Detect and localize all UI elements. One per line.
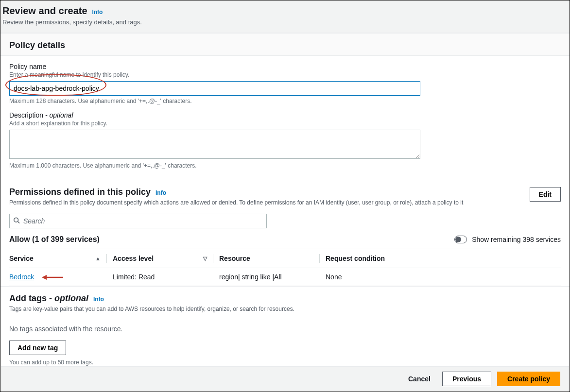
svg-line-1 — [18, 222, 20, 223]
info-link-header[interactable]: Info — [92, 9, 103, 16]
tags-section: Add tags - optional Info Tags are key-va… — [0, 286, 570, 375]
col-resource-header[interactable]: Resource — [219, 255, 319, 262]
svg-point-0 — [14, 218, 18, 222]
col-divider — [213, 254, 213, 263]
col-access-header[interactable]: Access level ▽ — [113, 255, 213, 262]
tags-title-prefix: Add tags - — [9, 293, 54, 303]
annotation-arrow-icon — [42, 274, 63, 281]
info-link-permissions[interactable]: Info — [155, 189, 166, 196]
footer-bar: Cancel Previous Create policy — [1, 366, 569, 391]
col-divider — [319, 254, 320, 263]
cell-access: Limited: Read — [113, 273, 213, 281]
policy-name-input-wrap — [9, 81, 561, 96]
table-row: Bedrock Limited: Read region| string lik… — [9, 268, 561, 286]
tags-title-suffix: optional — [54, 293, 88, 303]
cell-resource: region| string like |All — [219, 273, 319, 281]
create-policy-button[interactable]: Create policy — [497, 372, 560, 386]
policy-name-constraint: Maximum 128 characters. Use alphanumeric… — [9, 98, 561, 104]
permissions-header-left: Permissions defined in this policy Info … — [9, 187, 530, 206]
col-service-header[interactable]: Service ▲ — [9, 255, 106, 262]
add-tag-button[interactable]: Add new tag — [9, 341, 66, 355]
allow-row: Allow (1 of 399 services) Show remaining… — [0, 228, 570, 249]
policy-name-hint: Enter a meaningful name to identify this… — [9, 71, 561, 78]
sort-asc-icon: ▲ — [95, 256, 106, 261]
show-remaining-wrap: Show remaining 398 services — [454, 236, 561, 243]
description-textarea[interactable] — [9, 130, 420, 159]
info-link-tags[interactable]: Info — [93, 296, 104, 303]
show-remaining-label: Show remaining 398 services — [472, 236, 561, 243]
permissions-section: Permissions defined in this policy Info … — [0, 180, 570, 286]
tags-body: No tags associated with the resource. Ad… — [0, 315, 570, 375]
tags-header: Add tags - optional Info Tags are key-va… — [0, 287, 570, 315]
page-title: Review and create — [2, 5, 87, 16]
cell-service: Bedrock — [9, 273, 106, 281]
description-constraint: Maximum 1,000 characters. Use alphanumer… — [9, 162, 561, 169]
policy-details-section: Policy details Policy name Enter a meani… — [0, 33, 570, 178]
col-divider — [106, 254, 107, 263]
policy-name-label: Policy name — [9, 63, 561, 70]
permissions-search-wrap — [9, 214, 267, 228]
previous-button[interactable]: Previous — [442, 372, 491, 386]
policy-details-title: Policy details — [9, 40, 561, 51]
permissions-header: Permissions defined in this policy Info … — [0, 180, 570, 209]
col-condition-header[interactable]: Request condition — [326, 255, 561, 262]
cancel-button[interactable]: Cancel — [402, 372, 436, 386]
description-block: Description - optional Add a short expla… — [9, 111, 561, 169]
permissions-description: Permissions defined in this policy docum… — [9, 199, 530, 206]
permissions-table: Service ▲ Access level ▽ Resource Reques… — [9, 249, 561, 286]
sort-none-icon: ▽ — [203, 256, 213, 262]
search-icon — [13, 217, 20, 225]
policy-details-body: Policy name Enter a meaningful name to i… — [0, 56, 570, 178]
permissions-title: Permissions defined in this policy — [9, 187, 151, 197]
cell-condition: None — [326, 273, 561, 281]
description-optional: - optional — [43, 111, 73, 119]
policy-name-input[interactable] — [9, 81, 420, 96]
permissions-table-header: Service ▲ Access level ▽ Resource Reques… — [9, 249, 561, 268]
show-remaining-toggle[interactable] — [454, 236, 467, 243]
description-label: Description — [9, 111, 43, 119]
page-subtitle: Review the permissions, specify details,… — [2, 18, 561, 26]
description-hint: Add a short explanation for this policy. — [9, 120, 561, 127]
page-header: Review and create Info Review the permis… — [0, 0, 570, 33]
allow-count: Allow (1 of 399 services) — [9, 235, 100, 244]
permissions-search-input[interactable] — [9, 214, 267, 228]
policy-details-header: Policy details — [0, 34, 570, 56]
tags-none-text: No tags associated with the resource. — [9, 325, 561, 333]
tags-limit-text: You can add up to 50 more tags. — [9, 359, 561, 366]
svg-marker-3 — [42, 275, 47, 280]
service-link[interactable]: Bedrock — [9, 273, 34, 281]
edit-button[interactable]: Edit — [530, 187, 561, 202]
tags-description: Tags are key-value pairs that you can ad… — [9, 306, 561, 312]
